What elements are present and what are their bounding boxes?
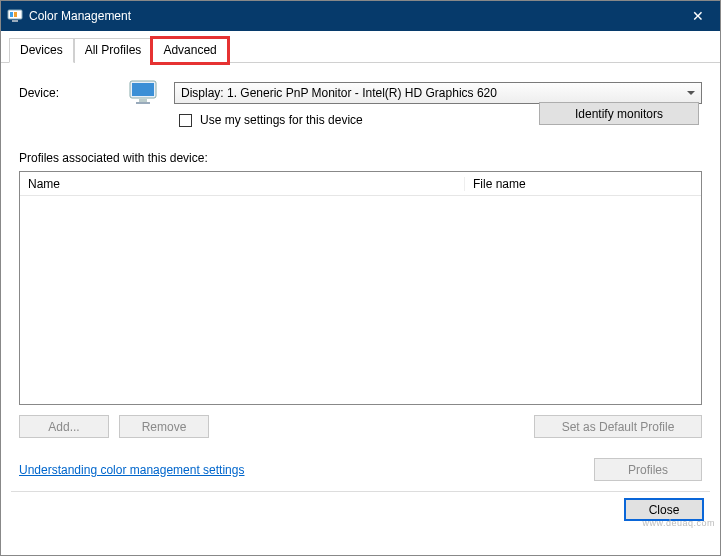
profiles-section-label: Profiles associated with this device:: [19, 151, 702, 165]
use-my-settings-label: Use my settings for this device: [200, 113, 363, 127]
window-title: Color Management: [29, 9, 131, 23]
svg-rect-2: [14, 12, 17, 17]
profiles-list-header: Name File name: [20, 172, 701, 196]
app-icon: [7, 8, 23, 24]
tab-strip: Devices All Profiles Advanced: [1, 31, 720, 63]
profiles-button[interactable]: Profiles: [594, 458, 702, 481]
watermark: www.deuaq.com: [642, 518, 715, 528]
svg-rect-7: [136, 102, 150, 104]
close-icon: ✕: [692, 8, 704, 24]
tab-advanced[interactable]: Advanced: [152, 38, 227, 63]
tab-devices[interactable]: Devices: [9, 38, 74, 63]
tab-content: Device: Display: 1. Generic PnP Monitor …: [1, 63, 720, 446]
device-dropdown-value: Display: 1. Generic PnP Monitor - Intel(…: [181, 86, 497, 100]
column-header-name[interactable]: Name: [20, 177, 465, 191]
close-window-button[interactable]: ✕: [675, 1, 720, 31]
identify-monitors-button[interactable]: Identify monitors: [539, 102, 699, 125]
svg-rect-3: [12, 20, 18, 22]
tab-all-profiles[interactable]: All Profiles: [74, 38, 153, 63]
monitor-icon: [128, 79, 160, 107]
svg-rect-5: [132, 83, 154, 96]
remove-button[interactable]: Remove: [119, 415, 209, 438]
titlebar: Color Management ✕: [1, 1, 720, 31]
svg-rect-1: [10, 12, 13, 17]
column-header-file[interactable]: File name: [465, 177, 701, 191]
profiles-list[interactable]: Name File name: [19, 171, 702, 405]
understanding-settings-link[interactable]: Understanding color management settings: [19, 463, 244, 477]
device-dropdown[interactable]: Display: 1. Generic PnP Monitor - Intel(…: [174, 82, 702, 104]
add-button[interactable]: Add...: [19, 415, 109, 438]
use-my-settings-checkbox[interactable]: [179, 114, 192, 127]
device-label: Device:: [19, 86, 114, 100]
set-default-profile-button[interactable]: Set as Default Profile: [534, 415, 702, 438]
svg-rect-6: [139, 99, 147, 102]
